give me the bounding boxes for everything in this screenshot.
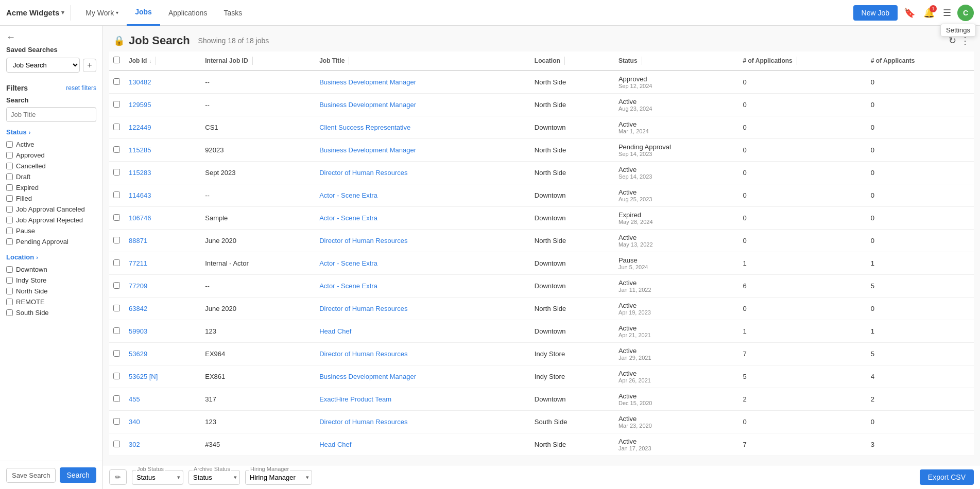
save-search-button[interactable]: Save Search	[6, 468, 56, 483]
job-title-cell[interactable]: Director of Human Resources	[315, 162, 530, 184]
row-checkbox[interactable]	[113, 101, 120, 108]
job-id-cell[interactable]: 340	[125, 411, 201, 433]
job-id-cell[interactable]: 114643	[125, 184, 201, 207]
status-option-approved[interactable]: Approved	[6, 150, 96, 161]
job-id-cell[interactable]: 63842	[125, 298, 201, 320]
settings-icon-button[interactable]: ☰	[941, 5, 953, 21]
avatar-button[interactable]: C	[957, 5, 974, 21]
row-checkbox[interactable]	[113, 327, 120, 334]
location-option-north-side[interactable]: North Side	[6, 286, 96, 296]
reset-filters-button[interactable]: reset filters	[66, 84, 96, 92]
job-status-select[interactable]: Status	[132, 470, 183, 485]
status-option-draft[interactable]: Draft	[6, 171, 96, 182]
status-option-pause[interactable]: Pause	[6, 225, 96, 236]
job-id-cell[interactable]: 59903	[125, 320, 201, 343]
status-option-cancelled[interactable]: Cancelled	[6, 161, 96, 171]
notification-icon-button[interactable]: 🔔 1	[921, 5, 937, 21]
job-id-cell[interactable]: 302	[125, 433, 201, 456]
job-id-cell[interactable]: 130482	[125, 71, 201, 94]
job-title-cell[interactable]: Director of Human Resources	[315, 343, 530, 365]
job-id-cell[interactable]: 115283	[125, 162, 201, 184]
location-filter-header[interactable]: Location ›	[0, 249, 102, 263]
internal-job-id-col-header[interactable]: Internal Job ID	[201, 51, 315, 71]
status-option-job-approval-rejected[interactable]: Job Approval Rejected	[6, 215, 96, 225]
row-checkbox[interactable]	[113, 418, 120, 425]
row-checkbox[interactable]	[113, 124, 120, 130]
job-id-col-header[interactable]: Job Id ↓	[125, 51, 201, 71]
job-title-cell[interactable]: Head Chef	[315, 320, 530, 343]
row-checkbox[interactable]	[113, 146, 120, 153]
status-option-job-approval-canceled[interactable]: Job Approval Canceled	[6, 204, 96, 215]
row-checkbox[interactable]	[113, 350, 120, 357]
status-col-header[interactable]: Status	[614, 51, 739, 71]
nav-link-jobs[interactable]: Jobs	[127, 0, 160, 26]
job-title-cell[interactable]: Actor - Scene Extra	[315, 275, 530, 298]
job-id-cell[interactable]: 53625 [N]	[125, 365, 201, 388]
num-apps-col-header[interactable]: # of Applications	[739, 51, 867, 71]
job-id-cell[interactable]: 106746	[125, 207, 201, 230]
status-checkbox[interactable]	[6, 173, 13, 180]
location-checkbox[interactable]	[6, 266, 13, 273]
job-title-col-header[interactable]: Job Title	[315, 51, 530, 71]
job-title-cell[interactable]: Business Development Manager	[315, 94, 530, 116]
refresh-button[interactable]: ↻	[949, 35, 956, 46]
job-title-cell[interactable]: Actor - Scene Extra	[315, 184, 530, 207]
bulk-edit-button[interactable]: ✏	[109, 469, 127, 485]
job-id-cell[interactable]: 77209	[125, 275, 201, 298]
location-option-indy-store[interactable]: Indy Store	[6, 275, 96, 286]
select-all-checkbox[interactable]	[113, 57, 120, 63]
location-option-remote[interactable]: REMOTE	[6, 296, 96, 307]
job-title-cell[interactable]: Head Chef	[315, 433, 530, 456]
job-title-cell[interactable]: Business Development Manager	[315, 139, 530, 162]
row-checkbox[interactable]	[113, 191, 120, 198]
location-option-downtown[interactable]: Downtown	[6, 264, 96, 275]
job-id-cell[interactable]: 122449	[125, 116, 201, 139]
brand-name[interactable]: Acme Widgets ▾	[6, 8, 64, 17]
job-title-cell[interactable]: Client Success Representative	[315, 116, 530, 139]
row-checkbox[interactable]	[113, 237, 120, 243]
status-checkbox[interactable]	[6, 184, 13, 191]
location-checkbox[interactable]	[6, 299, 13, 305]
nav-link-my-work[interactable]: My Work ▾	[77, 0, 127, 26]
status-checkbox[interactable]	[6, 195, 13, 202]
sidebar-collapse-button[interactable]: ←	[6, 32, 15, 43]
num-applicants-col-header[interactable]: # of Applicants	[867, 51, 974, 71]
location-col-header[interactable]: Location	[530, 51, 614, 71]
row-checkbox[interactable]	[113, 78, 120, 85]
row-checkbox[interactable]	[113, 169, 120, 176]
job-title-cell[interactable]: Business Development Manager	[315, 365, 530, 388]
row-checkbox[interactable]	[113, 441, 120, 447]
status-checkbox[interactable]	[6, 238, 13, 245]
location-checkbox[interactable]	[6, 309, 13, 316]
new-job-button[interactable]: New Job	[853, 5, 898, 21]
row-checkbox[interactable]	[113, 214, 120, 221]
add-saved-search-button[interactable]: +	[83, 59, 96, 72]
job-id-cell[interactable]: 129595	[125, 94, 201, 116]
job-title-cell[interactable]: Actor - Scene Extra	[315, 252, 530, 275]
saved-search-select[interactable]: Job Search	[6, 58, 80, 73]
archive-status-select[interactable]: Status	[188, 470, 240, 485]
row-checkbox[interactable]	[113, 373, 120, 379]
job-title-cell[interactable]: ExactHire Product Team	[315, 388, 530, 411]
more-options-button[interactable]: ⋮	[960, 35, 970, 46]
status-checkbox[interactable]	[6, 206, 13, 213]
status-option-pending-approval[interactable]: Pending Approval	[6, 236, 96, 247]
row-checkbox[interactable]	[113, 282, 120, 289]
status-checkbox[interactable]	[6, 141, 13, 148]
job-id-cell[interactable]: 455	[125, 388, 201, 411]
row-checkbox[interactable]	[113, 259, 120, 266]
status-filter-header[interactable]: Status ›	[0, 124, 102, 138]
job-title-cell[interactable]: Actor - Scene Extra	[315, 207, 530, 230]
location-checkbox[interactable]	[6, 288, 13, 294]
status-checkbox[interactable]	[6, 217, 13, 223]
job-title-search-input[interactable]	[6, 107, 96, 122]
bookmark-icon-button[interactable]: 🔖	[902, 5, 917, 21]
job-id-cell[interactable]: 77211	[125, 252, 201, 275]
hiring-manager-select[interactable]: Hiring Manager	[245, 470, 312, 485]
status-option-active[interactable]: Active	[6, 139, 96, 150]
row-checkbox[interactable]	[113, 305, 120, 311]
job-title-cell[interactable]: Director of Human Resources	[315, 411, 530, 433]
search-button[interactable]: Search	[60, 467, 96, 483]
nav-link-applications[interactable]: Applications	[160, 0, 216, 26]
job-title-cell[interactable]: Director of Human Resources	[315, 230, 530, 252]
